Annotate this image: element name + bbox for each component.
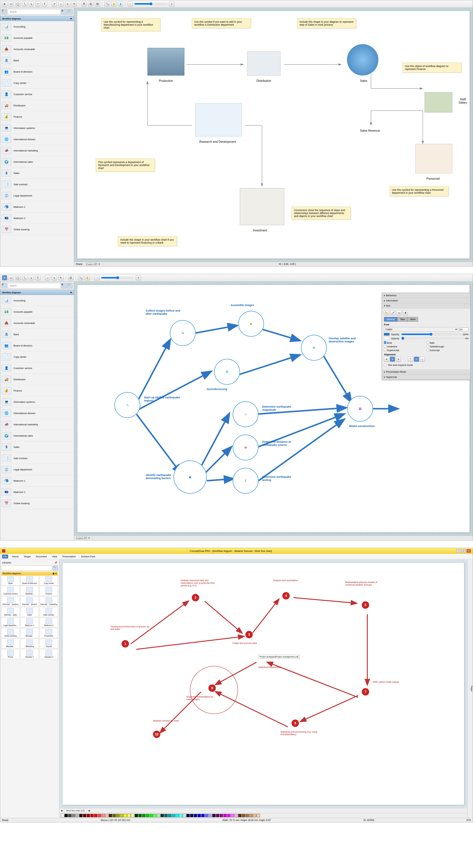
library-item[interactable]: 📄Copy center bbox=[0, 351, 74, 363]
color-swatch[interactable] bbox=[120, 814, 123, 817]
menu-home[interactable]: Home bbox=[11, 555, 20, 558]
prev-page-icon[interactable]: ◀ bbox=[61, 809, 62, 812]
library-grid-item[interactable]: Payroll bbox=[39, 639, 58, 648]
step-2[interactable]: 2 bbox=[192, 594, 199, 601]
zoom-slider[interactable] bbox=[134, 2, 168, 5]
align-left-icon[interactable]: ≡ bbox=[384, 356, 389, 362]
tree-layout[interactable]: 品 bbox=[68, 275, 73, 280]
color-swatch[interactable] bbox=[186, 814, 190, 817]
step-7[interactable]: 7 bbox=[362, 688, 369, 695]
library-item[interactable]: 📭Mailroom 2 bbox=[0, 213, 74, 224]
library-grid-item[interactable]: Online booking bbox=[1, 628, 20, 638]
library-grid-item[interactable]: Finance bbox=[39, 586, 58, 596]
library-grid-item[interactable]: Phone bbox=[1, 649, 20, 659]
color-swatch[interactable] bbox=[201, 814, 205, 817]
library-item[interactable]: 🌐International division bbox=[0, 134, 74, 145]
line-tool[interactable]: ╲ bbox=[22, 1, 27, 6]
color-swatch[interactable] bbox=[113, 814, 116, 817]
color-swatch[interactable] bbox=[160, 814, 164, 817]
library-item[interactable]: 📣International marketing bbox=[0, 145, 74, 156]
library-section-header[interactable]: Workflow diagrams ⊗ bbox=[0, 290, 74, 295]
color-swatch[interactable] bbox=[190, 814, 194, 817]
color-swatch[interactable] bbox=[135, 814, 138, 817]
library-grid-item[interactable]: Operator 1 bbox=[21, 649, 39, 659]
color-swatch[interactable] bbox=[142, 814, 145, 817]
text-color-swatch[interactable] bbox=[384, 333, 389, 336]
line-tool[interactable]: ╲ bbox=[22, 275, 27, 280]
node-rnd[interactable] bbox=[196, 103, 242, 136]
library-grid-item[interactable]: Marketing bbox=[21, 639, 39, 648]
zoom-stepper-icon[interactable]: ⇕ bbox=[88, 537, 90, 539]
edit-tool[interactable]: ✎ bbox=[72, 1, 77, 6]
check-italic[interactable]: Italic bbox=[426, 341, 469, 344]
search-button[interactable]: 🔍 bbox=[67, 9, 72, 14]
pin-icon[interactable]: 📌 bbox=[54, 561, 57, 564]
font-select[interactable]: Calibri bbox=[384, 327, 458, 332]
zoom-stepper-icon[interactable]: ⇕ bbox=[98, 263, 100, 266]
library-item[interactable]: $Sales bbox=[0, 167, 74, 179]
close-library-icon[interactable]: ⊗ bbox=[70, 291, 72, 293]
library-grid-item[interactable]: Mailroom 1 bbox=[21, 618, 39, 627]
valign-top-icon[interactable]: ⌃ bbox=[408, 356, 413, 362]
page-tab[interactable]: Work flow chart (1/1) bbox=[64, 809, 87, 812]
color-swatch[interactable] bbox=[90, 814, 94, 817]
color-swatch[interactable] bbox=[242, 814, 245, 817]
search-icon[interactable]: 🔍 bbox=[78, 275, 83, 280]
node-distance[interactable]: 🎯 bbox=[233, 435, 259, 460]
color-swatch[interactable] bbox=[231, 814, 234, 817]
pointer-tool[interactable]: ➤ bbox=[2, 1, 7, 6]
library-item[interactable]: 📬Mailroom 1 bbox=[0, 475, 74, 487]
ellipse-tool[interactable]: ◯ bbox=[15, 1, 21, 6]
diagram-canvas[interactable]: Use this symbol for representing a Manuf… bbox=[77, 11, 470, 259]
minimize-icon[interactable]: – bbox=[456, 549, 461, 553]
text-color-icon[interactable]: 🖌️ bbox=[390, 310, 395, 315]
color-swatch[interactable] bbox=[98, 814, 101, 817]
node-distribution[interactable] bbox=[247, 52, 280, 75]
inspector-section-behaviour[interactable]: Behaviour bbox=[382, 293, 470, 298]
color-swatch[interactable] bbox=[245, 814, 249, 817]
grid-view-icon[interactable]: ⊞ bbox=[61, 9, 66, 14]
curve-tool[interactable]: 〰 bbox=[35, 1, 40, 6]
check-subscript[interactable]: Subscript bbox=[426, 349, 469, 352]
color-swatch[interactable] bbox=[175, 814, 179, 817]
color-swatch[interactable] bbox=[87, 814, 90, 817]
text-opacity-slider[interactable] bbox=[401, 333, 461, 336]
color-swatch[interactable] bbox=[194, 814, 197, 817]
color-swatch[interactable] bbox=[168, 814, 171, 817]
library-grid-item[interactable]: Mailroom 2 bbox=[39, 618, 58, 627]
menu-presentation[interactable]: Presentation bbox=[61, 555, 77, 558]
check-superscript[interactable]: Superscript bbox=[384, 349, 426, 352]
step-1[interactable]: 1 bbox=[122, 640, 129, 648]
color-swatch[interactable] bbox=[131, 814, 134, 817]
connector-tool[interactable]: ↘ bbox=[29, 1, 34, 6]
library-item[interactable]: 💵Accounts payable bbox=[0, 32, 74, 43]
font-size-input[interactable] bbox=[459, 328, 469, 331]
tab-general[interactable]: General bbox=[384, 317, 397, 322]
tab-more[interactable]: More bbox=[408, 317, 418, 322]
library-section-header[interactable]: Workflow diagrams ▣ ⊗ bbox=[1, 571, 58, 576]
pan-tool[interactable]: ✋ bbox=[111, 1, 116, 6]
maximize-icon[interactable]: □ bbox=[461, 549, 466, 553]
library-item[interactable]: 📅Online booking bbox=[0, 498, 74, 509]
pages-tab[interactable]: Pages bbox=[467, 559, 473, 818]
library-grid-item[interactable]: Legal departme... bbox=[1, 618, 20, 627]
node-staff-salary[interactable] bbox=[424, 92, 452, 113]
color-swatch[interactable] bbox=[127, 814, 130, 817]
ellipse-tool[interactable]: ◯ bbox=[15, 275, 21, 280]
node-lasting[interactable]: ⏳ bbox=[233, 468, 259, 494]
pointer-tool[interactable]: ➤ bbox=[2, 275, 7, 280]
library-item[interactable]: 📥Accounts receivable bbox=[0, 317, 74, 329]
library-item[interactable]: 📄Copy center bbox=[0, 78, 74, 89]
diagram-canvas[interactable]: 1 Geophysical environment of ground, air… bbox=[62, 562, 464, 805]
close-icon[interactable]: ✕ bbox=[467, 549, 471, 553]
library-search-input[interactable] bbox=[1, 565, 52, 571]
step-4[interactable]: 4 bbox=[282, 592, 290, 599]
color-swatch[interactable] bbox=[153, 814, 156, 817]
search-icon[interactable]: 🔍 bbox=[105, 1, 110, 6]
text-tool[interactable]: T bbox=[35, 275, 40, 280]
color-swatch[interactable] bbox=[94, 814, 97, 817]
library-item[interactable]: 📑Sale contract bbox=[0, 179, 74, 190]
library-item[interactable]: 📊Accounting bbox=[0, 21, 74, 32]
search-input[interactable] bbox=[7, 9, 61, 14]
valign-mid-icon[interactable]: = bbox=[414, 356, 419, 362]
